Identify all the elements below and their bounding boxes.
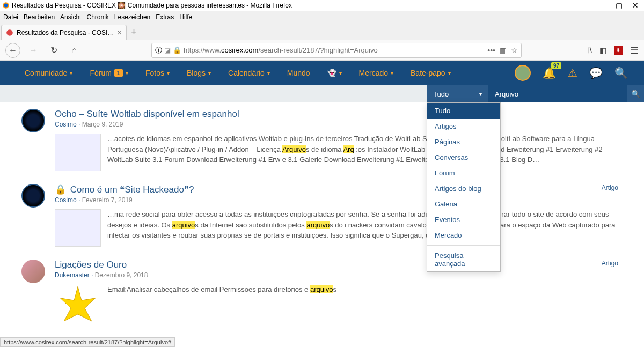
result-meta: Cosimo · Março 9, 2019 xyxy=(55,121,623,128)
tab-title: Resultados da Pesquisa - COSI… xyxy=(17,29,114,36)
result-thumbnail[interactable] xyxy=(55,209,101,247)
menu-history[interactable]: Chronik xyxy=(86,13,108,21)
search-type-select[interactable]: Tudo▾ xyxy=(427,85,488,102)
highlight: arquivo xyxy=(310,285,333,293)
firefox-icon xyxy=(2,2,10,9)
highlight: arquivo xyxy=(306,221,330,229)
menu-file[interactable]: Datei xyxy=(3,13,18,21)
menu-extras[interactable]: Extras xyxy=(156,13,174,21)
search-result: Ocho – Suíte Woltlab disponível em espan… xyxy=(0,102,644,178)
results-list: Ocho – Suíte Woltlab disponível em espan… xyxy=(0,102,644,347)
dropdown-item[interactable]: Páginas xyxy=(427,134,500,150)
window-title: Resultados da Pesquisa - COSIREX 🎇 Comun… xyxy=(12,2,598,9)
result-avatar[interactable] xyxy=(21,260,45,283)
result-author[interactable]: Cosimo xyxy=(55,196,77,204)
menu-bookmarks[interactable]: Lesezeichen xyxy=(114,13,150,21)
result-avatar[interactable] xyxy=(21,184,45,208)
library-icon[interactable]: ⦀\ xyxy=(586,46,592,55)
menu-view[interactable]: Ansicht xyxy=(60,13,81,21)
chat-icon[interactable]: 💬 xyxy=(589,67,603,79)
url-bar[interactable]: ⓘ ◪ 🔒 https://www.cosirex.com/search-res… xyxy=(151,43,522,58)
result-avatar[interactable] xyxy=(21,109,45,132)
tracking-icon[interactable]: ◪ xyxy=(164,46,171,54)
result-excerpt: …acotes de idiomas em espanhol de aplica… xyxy=(55,134,623,171)
search-type-dropdown: TudoArtigosPáginasConversasFórumArtigos … xyxy=(427,102,501,272)
menu-edit[interactable]: Bearbeiten xyxy=(24,13,55,21)
result-date: Março 9, 2019 xyxy=(82,121,123,128)
result-meta: Dukemaster · Dezembro 9, 2018 xyxy=(55,271,623,279)
page-actions-icon[interactable]: ••• xyxy=(487,46,495,55)
svg-point-1 xyxy=(4,4,8,8)
result-thumbnail[interactable] xyxy=(55,134,101,171)
page-content: Comunidade▾ Fórum1▾ Fotos▾ Blogs▾ Calend… xyxy=(0,61,644,347)
dropdown-item[interactable]: Artigos do blog xyxy=(427,181,500,196)
minimize-button[interactable]: — xyxy=(598,1,606,10)
search-input[interactable] xyxy=(488,85,627,102)
nav-forum[interactable]: Fórum1▾ xyxy=(81,61,137,85)
dropdown-item[interactable]: Artigos xyxy=(427,119,500,134)
reader-icon[interactable]: ▥ xyxy=(500,46,507,55)
home-button[interactable]: ⌂ xyxy=(67,43,82,58)
result-title[interactable]: 🔒 Como é um ❝Site Hackeado❞? xyxy=(55,184,623,195)
dropdown-item[interactable]: Fórum xyxy=(427,165,500,181)
excerpt-text: Email:Analisar cabeçalhos de email Permi… xyxy=(107,284,336,330)
dropdown-item[interactable]: Mercado xyxy=(427,227,500,243)
tab-bar: Resultados da Pesquisa - COSI… × + xyxy=(0,23,644,40)
excerpt-text: …ma rede social para obter acesso a toda… xyxy=(107,209,623,247)
result-thumbnail[interactable] xyxy=(55,284,101,330)
user-avatar[interactable] xyxy=(515,65,531,81)
toolbar: ← → ↻ ⌂ ⓘ ◪ 🔒 https://www.cosirex.com/se… xyxy=(0,40,644,61)
warning-icon[interactable]: ⚠ xyxy=(568,67,577,79)
result-type-tag: Artigo xyxy=(602,260,618,267)
maximize-button[interactable]: ▢ xyxy=(616,1,623,10)
status-bar: https://www.cosirex.com/search-result/21… xyxy=(0,337,175,347)
nav-comunidade[interactable]: Comunidade▾ xyxy=(16,61,81,85)
result-date: Dezembro 9, 2018 xyxy=(95,271,148,279)
bookmark-star-icon[interactable]: ☆ xyxy=(511,46,518,55)
dropdown-item[interactable]: Conversas xyxy=(427,150,500,165)
new-tab-button[interactable]: + xyxy=(127,25,142,40)
result-body: 🔒 Como é um ❝Site Hackeado❞?Cosimo · Fev… xyxy=(55,184,623,247)
pdf-icon[interactable]: ⬇ xyxy=(614,46,623,55)
browser-tab[interactable]: Resultados da Pesquisa - COSI… × xyxy=(1,25,127,40)
url-text: https://www.cosirex.com/search-result/21… xyxy=(184,46,378,54)
result-excerpt: …ma rede social para obter acesso a toda… xyxy=(55,209,623,247)
result-title[interactable]: Ligações de Ouro xyxy=(55,260,623,270)
nav-blogs[interactable]: Blogs▾ xyxy=(178,61,219,85)
menu-help[interactable]: Hilfe xyxy=(179,13,192,21)
window-titlebar: Resultados da Pesquisa - COSIREX 🎇 Comun… xyxy=(0,0,644,11)
reload-button[interactable]: ↻ xyxy=(46,43,61,58)
nav-mundo[interactable]: Mundo xyxy=(279,61,319,85)
nav-spooky[interactable]: 👻▾ xyxy=(319,61,350,85)
info-icon[interactable]: ⓘ xyxy=(155,46,162,55)
nav-calendario[interactable]: Calendário▾ xyxy=(219,61,279,85)
search-bar: Tudo▾ 🔍 xyxy=(0,85,644,102)
result-body: Ocho – Suíte Woltlab disponível em espan… xyxy=(55,109,623,171)
dropdown-item[interactable]: Tudo xyxy=(427,103,500,119)
nav-mercado[interactable]: Mercado▾ xyxy=(350,61,402,85)
result-title[interactable]: Ocho – Suíte Woltlab disponível em espan… xyxy=(55,109,623,120)
result-author[interactable]: Dukemaster xyxy=(55,271,90,279)
notifications-button[interactable]: 🔔 97 xyxy=(543,67,556,79)
nav-batepapo[interactable]: Bate-papo▾ xyxy=(402,61,459,85)
tab-close-button[interactable]: × xyxy=(117,28,121,37)
menu-button[interactable]: ☰ xyxy=(630,45,639,56)
result-excerpt: Email:Analisar cabeçalhos de email Permi… xyxy=(55,284,623,330)
dropdown-item[interactable]: Eventos xyxy=(427,212,500,227)
close-button[interactable]: ✕ xyxy=(632,1,639,10)
result-date: Fevereiro 7, 2019 xyxy=(82,196,133,204)
nav-fotos[interactable]: Fotos▾ xyxy=(137,61,178,85)
result-meta: Cosimo · Fevereiro 7, 2019 xyxy=(55,196,623,204)
sidebar-icon[interactable]: ◧ xyxy=(599,46,606,55)
search-icon[interactable]: 🔍 xyxy=(614,67,628,79)
forward-button[interactable]: → xyxy=(26,43,41,58)
search-submit[interactable]: 🔍 xyxy=(627,85,644,102)
back-button[interactable]: ← xyxy=(5,43,20,58)
result-type-tag: Artigo xyxy=(602,184,618,191)
notif-count: 97 xyxy=(551,62,561,69)
tab-favicon xyxy=(6,29,13,36)
dropdown-item[interactable]: Galeria xyxy=(427,196,500,212)
result-author[interactable]: Cosimo xyxy=(55,121,77,128)
lock-icon[interactable]: 🔒 xyxy=(173,46,181,54)
dropdown-advanced[interactable]: Pesquisa avançada xyxy=(427,248,500,271)
